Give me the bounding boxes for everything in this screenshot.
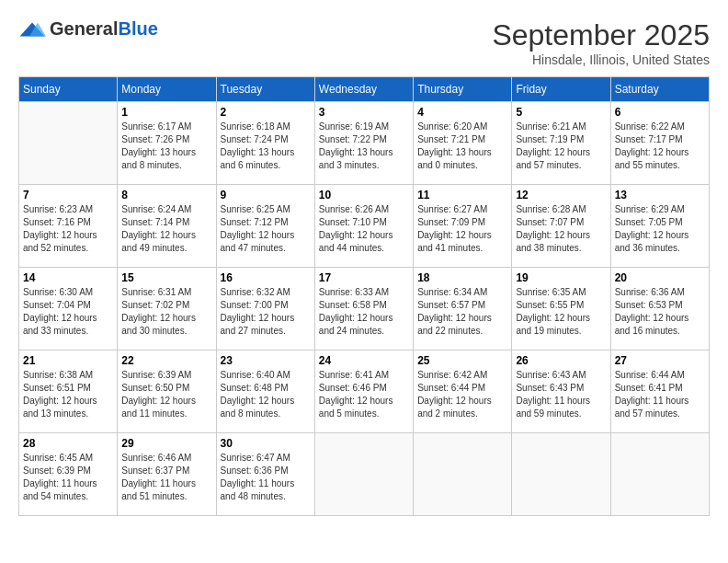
day-info: Sunrise: 6:18 AMSunset: 7:24 PMDaylight:… <box>221 121 311 172</box>
day-info: Sunrise: 6:39 AMSunset: 6:50 PMDaylight:… <box>121 369 211 420</box>
day-number: 25 <box>417 354 507 367</box>
day-number: 27 <box>615 354 705 367</box>
day-number: 9 <box>221 189 311 201</box>
logo-icon <box>18 21 46 38</box>
calendar-week-4: 21Sunrise: 6:38 AMSunset: 6:51 PMDayligh… <box>19 350 710 433</box>
day-number: 18 <box>417 271 507 284</box>
day-number: 20 <box>615 271 705 284</box>
logo-general: General <box>50 18 118 39</box>
calendar-cell: 12Sunrise: 6:28 AMSunset: 7:07 PMDayligh… <box>512 185 610 268</box>
calendar-cell: 16Sunrise: 6:32 AMSunset: 7:00 PMDayligh… <box>216 268 314 350</box>
calendar-cell: 24Sunrise: 6:41 AMSunset: 6:46 PMDayligh… <box>314 350 413 433</box>
day-info: Sunrise: 6:34 AMSunset: 6:57 PMDaylight:… <box>417 286 507 338</box>
calendar-cell: 27Sunrise: 6:44 AMSunset: 6:41 PMDayligh… <box>610 350 709 433</box>
weekday-header-thursday: Thursday <box>414 77 512 102</box>
calendar-cell: 10Sunrise: 6:26 AMSunset: 7:10 PMDayligh… <box>314 185 413 268</box>
day-info: Sunrise: 6:45 AMSunset: 6:39 PMDaylight:… <box>23 452 113 503</box>
day-info: Sunrise: 6:38 AMSunset: 6:51 PMDaylight:… <box>23 369 113 420</box>
page-header: GeneralBlue September 2025 Hinsdale, Ill… <box>18 18 710 67</box>
month-title: September 2025 <box>492 18 710 52</box>
day-number: 4 <box>417 106 507 119</box>
day-number: 10 <box>319 189 409 201</box>
day-info: Sunrise: 6:43 AMSunset: 6:43 PMDaylight:… <box>516 369 606 420</box>
day-number: 8 <box>121 189 211 201</box>
day-number: 14 <box>23 271 113 284</box>
day-number: 21 <box>23 354 113 367</box>
calendar-cell: 17Sunrise: 6:33 AMSunset: 6:58 PMDayligh… <box>314 268 413 350</box>
calendar-week-1: 1Sunrise: 6:17 AMSunset: 7:26 PMDaylight… <box>19 102 710 185</box>
calendar-cell: 30Sunrise: 6:47 AMSunset: 6:36 PMDayligh… <box>216 433 314 516</box>
day-number: 17 <box>319 271 409 284</box>
day-info: Sunrise: 6:32 AMSunset: 7:00 PMDaylight:… <box>221 286 311 338</box>
day-number: 7 <box>23 189 113 201</box>
day-info: Sunrise: 6:41 AMSunset: 6:46 PMDaylight:… <box>319 369 409 420</box>
calendar-cell: 20Sunrise: 6:36 AMSunset: 6:53 PMDayligh… <box>610 268 709 350</box>
calendar-cell: 6Sunrise: 6:22 AMSunset: 7:17 PMDaylight… <box>610 102 709 185</box>
weekday-header-row: SundayMondayTuesdayWednesdayThursdayFrid… <box>19 77 710 102</box>
day-number: 5 <box>516 106 606 119</box>
logo: GeneralBlue <box>18 18 158 40</box>
calendar-cell <box>414 433 512 516</box>
weekday-header-tuesday: Tuesday <box>216 77 314 102</box>
day-info: Sunrise: 6:35 AMSunset: 6:55 PMDaylight:… <box>516 286 606 338</box>
day-number: 2 <box>221 106 311 119</box>
day-info: Sunrise: 6:31 AMSunset: 7:02 PMDaylight:… <box>121 286 211 338</box>
day-info: Sunrise: 6:42 AMSunset: 6:44 PMDaylight:… <box>417 369 507 420</box>
day-info: Sunrise: 6:24 AMSunset: 7:14 PMDaylight:… <box>121 203 211 255</box>
calendar-week-3: 14Sunrise: 6:30 AMSunset: 7:04 PMDayligh… <box>19 268 710 350</box>
weekday-header-monday: Monday <box>118 77 216 102</box>
day-info: Sunrise: 6:47 AMSunset: 6:36 PMDaylight:… <box>221 452 311 503</box>
calendar-cell: 15Sunrise: 6:31 AMSunset: 7:02 PMDayligh… <box>118 268 216 350</box>
calendar-cell: 3Sunrise: 6:19 AMSunset: 7:22 PMDaylight… <box>314 102 413 185</box>
day-info: Sunrise: 6:40 AMSunset: 6:48 PMDaylight:… <box>221 369 311 420</box>
weekday-header-wednesday: Wednesday <box>314 77 413 102</box>
day-info: Sunrise: 6:30 AMSunset: 7:04 PMDaylight:… <box>23 286 113 338</box>
day-number: 26 <box>516 354 606 367</box>
title-block: September 2025 Hinsdale, Illinois, Unite… <box>492 18 710 67</box>
day-number: 23 <box>221 354 311 367</box>
calendar-cell: 29Sunrise: 6:46 AMSunset: 6:37 PMDayligh… <box>118 433 216 516</box>
day-number: 29 <box>121 437 211 450</box>
day-number: 11 <box>417 189 507 201</box>
calendar-cell: 8Sunrise: 6:24 AMSunset: 7:14 PMDaylight… <box>118 185 216 268</box>
calendar-cell: 4Sunrise: 6:20 AMSunset: 7:21 PMDaylight… <box>414 102 512 185</box>
day-info: Sunrise: 6:25 AMSunset: 7:12 PMDaylight:… <box>221 203 311 255</box>
calendar-body: 1Sunrise: 6:17 AMSunset: 7:26 PMDaylight… <box>19 102 710 516</box>
calendar-week-2: 7Sunrise: 6:23 AMSunset: 7:16 PMDaylight… <box>19 185 710 268</box>
day-info: Sunrise: 6:23 AMSunset: 7:16 PMDaylight:… <box>23 203 113 255</box>
calendar-cell: 22Sunrise: 6:39 AMSunset: 6:50 PMDayligh… <box>118 350 216 433</box>
weekday-header-saturday: Saturday <box>610 77 709 102</box>
calendar-cell: 28Sunrise: 6:45 AMSunset: 6:39 PMDayligh… <box>19 433 118 516</box>
calendar-cell <box>19 102 118 185</box>
calendar-cell: 9Sunrise: 6:25 AMSunset: 7:12 PMDaylight… <box>216 185 314 268</box>
day-number: 28 <box>23 437 113 450</box>
calendar-cell <box>610 433 709 516</box>
day-info: Sunrise: 6:29 AMSunset: 7:05 PMDaylight:… <box>615 203 705 255</box>
calendar-cell: 18Sunrise: 6:34 AMSunset: 6:57 PMDayligh… <box>414 268 512 350</box>
calendar-week-5: 28Sunrise: 6:45 AMSunset: 6:39 PMDayligh… <box>19 433 710 516</box>
calendar-cell <box>314 433 413 516</box>
day-number: 24 <box>319 354 409 367</box>
day-info: Sunrise: 6:27 AMSunset: 7:09 PMDaylight:… <box>417 203 507 255</box>
day-info: Sunrise: 6:21 AMSunset: 7:19 PMDaylight:… <box>516 121 606 172</box>
calendar-cell: 5Sunrise: 6:21 AMSunset: 7:19 PMDaylight… <box>512 102 610 185</box>
calendar-cell <box>512 433 610 516</box>
day-info: Sunrise: 6:36 AMSunset: 6:53 PMDaylight:… <box>615 286 705 338</box>
day-info: Sunrise: 6:28 AMSunset: 7:07 PMDaylight:… <box>516 203 606 255</box>
day-info: Sunrise: 6:44 AMSunset: 6:41 PMDaylight:… <box>615 369 705 420</box>
day-info: Sunrise: 6:33 AMSunset: 6:58 PMDaylight:… <box>319 286 409 338</box>
calendar-cell: 21Sunrise: 6:38 AMSunset: 6:51 PMDayligh… <box>19 350 118 433</box>
day-info: Sunrise: 6:20 AMSunset: 7:21 PMDaylight:… <box>417 121 507 172</box>
calendar-table: SundayMondayTuesdayWednesdayThursdayFrid… <box>18 76 710 516</box>
day-number: 16 <box>221 271 311 284</box>
calendar-cell: 1Sunrise: 6:17 AMSunset: 7:26 PMDaylight… <box>118 102 216 185</box>
weekday-header-friday: Friday <box>512 77 610 102</box>
day-number: 13 <box>615 189 705 201</box>
calendar-cell: 26Sunrise: 6:43 AMSunset: 6:43 PMDayligh… <box>512 350 610 433</box>
calendar-cell: 13Sunrise: 6:29 AMSunset: 7:05 PMDayligh… <box>610 185 709 268</box>
day-info: Sunrise: 6:17 AMSunset: 7:26 PMDaylight:… <box>121 121 211 172</box>
calendar-cell: 7Sunrise: 6:23 AMSunset: 7:16 PMDaylight… <box>19 185 118 268</box>
calendar-cell: 2Sunrise: 6:18 AMSunset: 7:24 PMDaylight… <box>216 102 314 185</box>
day-info: Sunrise: 6:26 AMSunset: 7:10 PMDaylight:… <box>319 203 409 255</box>
calendar-cell: 19Sunrise: 6:35 AMSunset: 6:55 PMDayligh… <box>512 268 610 350</box>
